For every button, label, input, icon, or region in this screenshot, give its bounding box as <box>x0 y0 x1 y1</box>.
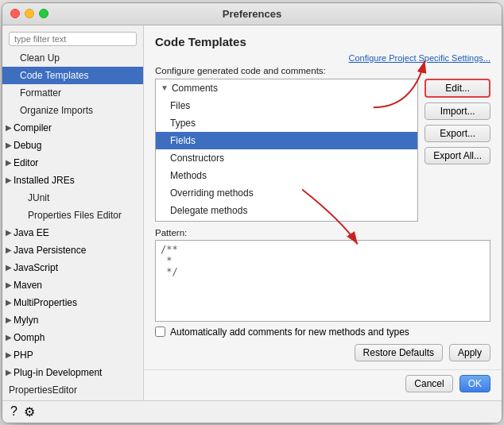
restore-defaults-button[interactable]: Restore Defaults <box>355 344 443 361</box>
arrow-icon: ▶ <box>6 121 12 135</box>
bottom-buttons: Restore Defaults Apply <box>155 344 490 361</box>
sidebar-item-prop-files-editor[interactable]: Properties Files Editor <box>2 207 143 224</box>
sidebar-item-compiler[interactable]: ▶Compiler <box>2 119 143 137</box>
sidebar-item-oomph[interactable]: ▶Oomph <box>2 329 143 346</box>
tree-item-overriding-methods[interactable]: Overriding methods <box>156 184 417 202</box>
export-all-button[interactable]: Export All... <box>425 147 490 164</box>
export-button[interactable]: Export... <box>425 125 490 142</box>
tree-item-comments[interactable]: ▼Comments <box>156 79 417 97</box>
sidebar-item-junit[interactable]: JUnit <box>2 189 143 207</box>
sidebar-item-java-persistence[interactable]: ▶Java Persistence <box>2 241 143 259</box>
traffic-lights <box>10 9 48 18</box>
sidebar-item-java-ee[interactable]: ▶Java EE <box>2 224 143 241</box>
sidebar-item-code-templates[interactable]: Code Templates <box>2 67 143 84</box>
sidebar-item-php[interactable]: ▶PHP <box>2 346 143 364</box>
sidebar-item-multiproperties[interactable]: ▶MultiProperties <box>2 294 143 311</box>
sidebar-item-javascript[interactable]: ▶JavaScript <box>2 259 143 276</box>
tree-panel: ▼Comments Files Types Fields Constructor… <box>155 79 490 222</box>
edit-button[interactable]: Edit... <box>425 79 490 98</box>
arrow-icon: ▶ <box>6 156 12 170</box>
window-title: Preferences <box>223 8 281 20</box>
arrow-icon: ▶ <box>6 313 12 327</box>
sidebar-item-properties-editor[interactable]: PropertiesEditor <box>2 381 143 399</box>
arrow-icon: ▶ <box>6 261 12 275</box>
tree-item-fields[interactable]: Fields <box>156 132 417 149</box>
sidebar-item-mylyn[interactable]: ▶Mylyn <box>2 311 143 329</box>
tree-item-delegate-methods[interactable]: Delegate methods <box>156 202 417 219</box>
sidebar-item-cleanup[interactable]: Clean Up <box>2 49 143 67</box>
help-icon[interactable]: ? <box>10 404 17 419</box>
action-buttons: Edit... Import... Export... Export All..… <box>425 79 490 222</box>
status-bar: ? ⚙ <box>2 400 502 423</box>
arrow-icon: ▶ <box>6 365 12 380</box>
tree-item-constructors[interactable]: Constructors <box>156 149 417 167</box>
pattern-label: Pattern: <box>155 228 490 238</box>
ok-button[interactable]: OK <box>459 375 490 392</box>
tree-item-getters[interactable]: Getters <box>156 219 417 222</box>
maximize-button[interactable] <box>39 9 48 18</box>
tree-container[interactable]: ▼Comments Files Types Fields Constructor… <box>155 79 418 222</box>
arrow-icon: ▶ <box>6 138 12 153</box>
content-area: Clean Up Code Templates Formatter Organi… <box>2 25 502 400</box>
filter-row <box>2 29 143 49</box>
arrow-icon: ▶ <box>6 226 12 240</box>
settings-icon[interactable]: ⚙ <box>24 404 35 419</box>
sidebar-item-debug[interactable]: ▶Debug <box>2 137 143 154</box>
sidebar-item-formatter[interactable]: Formatter <box>2 84 143 102</box>
pattern-box: /** * */ <box>155 240 490 322</box>
close-button[interactable] <box>10 9 20 18</box>
arrow-icon: ▶ <box>6 330 12 345</box>
titlebar: Preferences <box>2 3 502 25</box>
sidebar-item-plugin-development[interactable]: ▶Plug-in Development <box>2 364 143 381</box>
pattern-section: Pattern: /** * */ <box>155 228 490 322</box>
config-link[interactable]: Configure Project Specific Settings... <box>155 53 490 63</box>
filter-input[interactable] <box>9 32 137 46</box>
main-content: Code Templates Configure Project Specifi… <box>144 25 502 369</box>
apply-button[interactable]: Apply <box>449 344 490 361</box>
section-label: Configure generated code and comments: <box>155 66 490 75</box>
auto-comment-checkbox[interactable] <box>155 326 165 337</box>
cancel-button[interactable]: Cancel <box>405 375 452 392</box>
sidebar-item-organize-imports[interactable]: Organize Imports <box>2 102 143 119</box>
arrow-icon: ▶ <box>6 348 12 362</box>
checkbox-row: Automatically add comments for new metho… <box>155 326 490 338</box>
preferences-window: Preferences Clean Up Code Templates Form… <box>2 2 502 423</box>
import-button[interactable]: Import... <box>425 102 490 120</box>
tree-item-files[interactable]: Files <box>156 97 417 114</box>
tree-item-methods[interactable]: Methods <box>156 167 417 184</box>
sidebar-item-editor[interactable]: ▶Editor <box>2 154 143 172</box>
arrow-icon: ▶ <box>6 278 12 292</box>
sidebar-item-installed-jres[interactable]: ▶Installed JREs <box>2 172 143 189</box>
dialog-footer: Cancel OK <box>144 369 502 400</box>
minimize-button[interactable] <box>25 9 34 18</box>
tree-item-types[interactable]: Types <box>156 114 417 132</box>
sidebar: Clean Up Code Templates Formatter Organi… <box>2 25 144 400</box>
arrow-icon: ▶ <box>6 243 12 257</box>
main-panel: Code Templates Configure Project Specifi… <box>144 25 502 400</box>
arrow-icon: ▶ <box>6 173 12 187</box>
arrow-icon: ▶ <box>6 296 12 310</box>
page-title: Code Templates <box>155 35 490 48</box>
expand-icon: ▼ <box>161 81 169 95</box>
checkbox-label: Automatically add comments for new metho… <box>170 326 409 338</box>
sidebar-item-maven[interactable]: ▶Maven <box>2 276 143 294</box>
